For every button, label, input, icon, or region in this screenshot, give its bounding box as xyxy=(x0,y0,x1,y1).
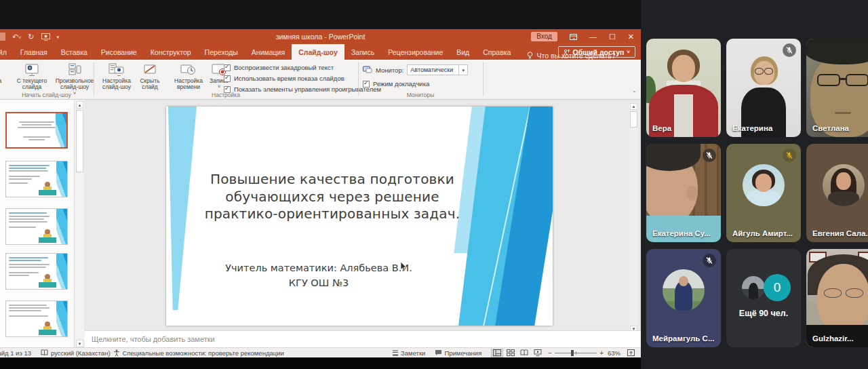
normal-view-button[interactable] xyxy=(491,349,503,357)
zoom-slider-thumb[interactable] xyxy=(571,350,574,356)
mic-muted-icon xyxy=(703,149,716,162)
hide-slide-button[interactable]: Скрыть слайд xyxy=(135,62,165,91)
tab-design[interactable]: Конструктор xyxy=(144,44,198,60)
maximize-button[interactable]: ☐ xyxy=(609,33,616,41)
share-letterbox xyxy=(0,357,641,369)
main-scrollbar[interactable]: ▲ ▼ ≛ ≛ xyxy=(629,103,638,347)
rehearse-timings-icon xyxy=(180,62,197,77)
tab-record[interactable]: Запись xyxy=(344,44,381,60)
sign-in-button[interactable]: Вход xyxy=(531,32,557,41)
slide-thumbnail-2[interactable] xyxy=(5,161,68,197)
zoom-level[interactable]: 63% xyxy=(608,349,620,357)
participant-tile-ekaterina-su[interactable]: Екатерина Су... xyxy=(646,144,721,242)
ribbon-display-options-icon[interactable] xyxy=(570,34,577,40)
mic-muted-icon xyxy=(783,43,796,57)
reading-view-button[interactable] xyxy=(518,349,530,357)
slide-thumbnail-4[interactable] xyxy=(5,253,68,290)
thumbnail-scrollbar[interactable]: ▲ ▼ xyxy=(75,101,84,347)
participant-grid: Вера Екатерина Светлана xyxy=(646,39,868,347)
slide-title-text[interactable]: Повышение качества подготовки обучающихс… xyxy=(186,171,478,223)
tab-insert[interactable]: Вставка xyxy=(54,44,94,60)
checkbox-checked-icon xyxy=(224,64,231,71)
save-icon[interactable] xyxy=(0,33,5,41)
participant-name: Екатерина xyxy=(732,124,772,132)
custom-slideshow-button[interactable]: Произвольное слайд-шоу ˅ xyxy=(57,62,92,96)
window-title: зимняя школа - PowerPoint xyxy=(276,29,366,44)
checkbox-checked-icon xyxy=(363,81,370,88)
comments-toggle-button[interactable]: Примечания xyxy=(435,349,481,357)
scrollbar-thumb[interactable] xyxy=(76,110,83,172)
checkbox-checked-icon xyxy=(224,75,231,82)
slideshow-qat-icon[interactable] xyxy=(41,33,50,41)
checkbox-presenter-view[interactable]: Режим докладчика xyxy=(363,80,429,88)
ribbon-tab-bar: Файл Главная Вставка Рисование Конструкт… xyxy=(0,44,641,60)
minimize-button[interactable]: — xyxy=(589,33,597,41)
mic-muted-icon xyxy=(703,254,716,267)
tab-review[interactable]: Рецензирование xyxy=(381,44,450,60)
avatar xyxy=(823,164,865,206)
scroll-up-icon[interactable]: ▲ xyxy=(630,103,637,110)
scroll-down-icon[interactable]: ▼ xyxy=(76,340,83,347)
mic-muted-icon xyxy=(783,149,796,162)
slide-thumbnail-5[interactable] xyxy=(5,300,68,337)
notes-pane[interactable]: Щелкните, чтобы добавить заметки xyxy=(85,330,641,347)
mouse-cursor xyxy=(400,262,407,272)
from-current-slide-button[interactable]: С текущего слайда xyxy=(9,62,54,91)
slide-thumbnail-3[interactable] xyxy=(5,208,68,245)
overflow-avatar xyxy=(742,276,765,299)
tab-home[interactable]: Главная xyxy=(14,44,54,60)
tab-slideshow[interactable]: Слайд-шоу xyxy=(292,44,344,60)
tab-transitions[interactable]: Переходы xyxy=(198,44,245,60)
tab-file[interactable]: Файл xyxy=(0,44,14,60)
tab-animations[interactable]: Анимация xyxy=(245,44,292,60)
share-button[interactable]: Общий доступ ˅ xyxy=(558,46,635,58)
avatar xyxy=(743,164,785,206)
scrollbar-thumb[interactable] xyxy=(630,111,637,128)
monitor-label: Монитор: xyxy=(376,66,403,74)
overflow-count-badge: 0 xyxy=(764,274,791,301)
slide-thumbnail-1[interactable] xyxy=(5,112,68,149)
zoom-in-button[interactable]: + xyxy=(599,349,604,357)
slide-counter: Слайд 1 из 13 xyxy=(0,349,38,357)
participant-tile-vera[interactable]: Вера xyxy=(646,39,721,137)
close-button[interactable]: ✕ xyxy=(628,33,634,41)
notes-toggle-button[interactable]: Заметки xyxy=(392,349,425,357)
more-participants-tile[interactable]: 0 Ещё 90 чел. xyxy=(726,249,801,347)
scroll-up-icon[interactable]: ▲ xyxy=(76,101,83,109)
participant-tile-evgenia[interactable]: Евгения Сала... xyxy=(806,144,868,242)
participant-tile-ekaterina[interactable]: Екатерина xyxy=(726,39,801,137)
undo-icon[interactable]: ↶˅ xyxy=(12,33,21,41)
slide-sorter-view-button[interactable] xyxy=(505,349,517,357)
fit-to-window-button[interactable] xyxy=(625,349,637,357)
slide-canvas[interactable]: Повышение качества подготовки обучающихс… xyxy=(166,106,553,326)
accessibility-check[interactable]: Специальные возможности: проверьте реком… xyxy=(123,349,284,357)
language-indicator[interactable]: русский (Казахстан) xyxy=(51,349,111,357)
spellcheck-book-icon[interactable] xyxy=(41,349,48,356)
monitor-select[interactable]: Автоматически ▾ xyxy=(407,64,468,75)
participant-tile-meiramgul[interactable]: Мейрамгуль С... xyxy=(646,249,721,347)
slide-subtitle-text[interactable]: Учитель математики: Алябьева В.И. КГУ ОШ… xyxy=(186,261,451,291)
participant-tile-svetlana[interactable]: Светлана xyxy=(806,39,868,137)
accessibility-icon[interactable] xyxy=(113,349,120,357)
more-participants-label: Ещё 90 чел. xyxy=(726,309,801,318)
participant-name: Мейрамгуль С... xyxy=(652,334,714,343)
notes-icon xyxy=(392,349,399,356)
participant-tile-gulzhazir[interactable]: Gulzhazir... xyxy=(806,249,868,347)
powerpoint-window: ↶˅ ↻ ▾ зимняя школа - PowerPoint Вход — … xyxy=(0,29,641,357)
qat-customize-icon[interactable]: ▾ xyxy=(57,35,60,39)
tab-draw[interactable]: Рисование xyxy=(94,44,144,60)
redo-icon[interactable]: ↻ xyxy=(28,33,34,41)
participant-tile-aigul[interactable]: Айгуль Амирт... xyxy=(726,144,801,242)
setup-slideshow-button[interactable]: Настройка слайд-шоу xyxy=(98,62,135,91)
zoom-slider[interactable] xyxy=(555,349,597,357)
rehearse-timings-button[interactable]: Настройка времени xyxy=(170,62,207,91)
cartoon-student-graphic xyxy=(39,182,56,195)
from-beginning-button[interactable]: С начала xyxy=(0,62,7,84)
participant-name: Екатерина Су... xyxy=(652,229,711,237)
collapse-ribbon-icon[interactable]: ˆ xyxy=(633,90,635,97)
slideshow-view-button[interactable] xyxy=(532,349,544,357)
tab-help[interactable]: Справка xyxy=(476,44,517,60)
zoom-out-button[interactable]: − xyxy=(548,349,552,357)
tab-view[interactable]: Вид xyxy=(450,44,476,60)
participant-name: Вера xyxy=(652,124,671,132)
